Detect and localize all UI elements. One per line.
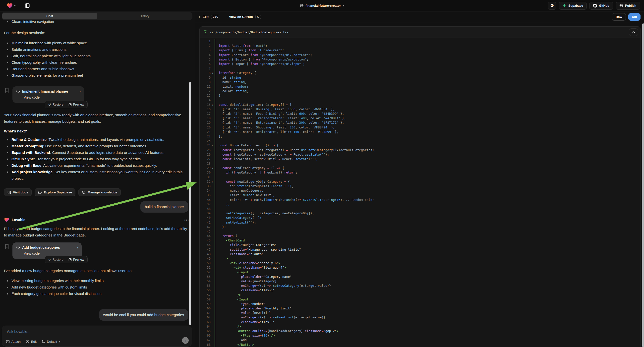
version-card-implement-financial-planner[interactable]: Implement financial planner › View code (12, 86, 84, 103)
code-text: { id: '3', name: 'Transportation', limit… (215, 116, 346, 120)
list-item-text: Each category gets a unique color for vi… (12, 290, 189, 297)
view-code-link[interactable]: View code (12, 93, 84, 99)
exit-button[interactable]: ‹ Exit ESC (199, 15, 220, 19)
fold-chevron-icon[interactable]: ∨ (210, 102, 214, 107)
prompt-input[interactable]: Ask Lovable... (7, 329, 30, 334)
code-text: return ( (215, 234, 237, 238)
fold-gutter (210, 288, 214, 292)
edit-button[interactable]: Edit (26, 340, 36, 344)
restore-button[interactable]: ↺Restore (46, 257, 66, 262)
lovable-logo-menu[interactable]: ▾ (6, 2, 16, 9)
collapse-file-button[interactable] (629, 28, 638, 36)
line-number: 66 (200, 333, 210, 338)
code-line: 43 (200, 229, 640, 234)
sidebar-toggle-button[interactable] (22, 2, 33, 10)
code-text: import { Input } from '@/components/ui/i… (215, 62, 305, 66)
fold-gutter (210, 39, 214, 44)
code-line: 65 <Button onClick={handleAddCategory} c… (200, 329, 640, 333)
line-number: 49 (200, 256, 210, 261)
file-path: src/components/budget/BudgetCategories.t… (210, 30, 626, 34)
publish-globe-icon (619, 4, 623, 8)
fold-chevron-icon[interactable]: ∨ (210, 71, 214, 75)
fold-chevron-icon[interactable]: ∨ (210, 180, 214, 184)
code-line: 38 (200, 206, 640, 211)
chevron-right-icon: › (80, 89, 81, 93)
code-line: 55 onChange={(e) => setNewCategory(e.tar… (200, 284, 640, 288)
code-line: 62 onChange={(e) => setNewLimit(e.target… (200, 315, 640, 320)
preview-button[interactable]: Preview (66, 257, 86, 262)
project-switcher[interactable]: financial-future-creator ▾ (300, 4, 344, 8)
code-scrollbar[interactable] (642, 24, 644, 347)
visit-docs-button[interactable]: Visit docs (4, 188, 32, 196)
settings-button[interactable]: ⚙ (548, 2, 556, 10)
code-line: 34 name: newCategory, (200, 188, 640, 193)
code-text: const defaultCategories: Category[] = [ (215, 102, 292, 107)
bullet-dot (7, 165, 8, 166)
prompt-composer[interactable]: Ask Lovable... Attach Edit Default ▾ (2, 326, 192, 346)
fold-gutter (210, 284, 214, 288)
code-line: 48 className="h-auto" (200, 252, 640, 256)
fold-chevron-icon[interactable]: ∨ (210, 166, 214, 170)
code-text: > (215, 256, 228, 261)
bookmark-icon[interactable] (4, 244, 10, 249)
preview-button[interactable]: Preview (66, 102, 86, 108)
fold-gutter (210, 48, 214, 52)
supabase-button[interactable]: Supabase (559, 2, 587, 10)
bookmark-icon[interactable] (4, 88, 10, 93)
restore-button[interactable]: ↺Restore (46, 102, 66, 108)
lovable-app: ▾ financial-future-creator ▾ ⚙ (0, 0, 644, 347)
file-header[interactable]: src/components/budget/BudgetCategories.t… (200, 27, 640, 38)
fold-gutter (210, 229, 214, 234)
code-text: const [categories, setCategories] = Reac… (215, 148, 376, 152)
fold-chevron-icon[interactable]: ∨ (210, 143, 214, 148)
code-text: title="Budget Categories" (215, 243, 276, 247)
assistant-header: Lovable ••• (4, 217, 189, 222)
view-on-github-label: View on GitHub (229, 15, 253, 19)
top-bar: ▾ financial-future-creator ▾ ⚙ (0, 0, 644, 12)
more-options-icon[interactable]: ••• (184, 218, 189, 222)
code-line: 59 type="number" (200, 302, 640, 306)
diff-toggle-button[interactable]: Diff (628, 13, 640, 21)
publish-button[interactable]: Publish (616, 2, 640, 10)
line-number: 20 (200, 125, 210, 130)
g-key-badge: G (256, 15, 261, 19)
view-code-link[interactable]: View code (12, 250, 82, 256)
mode-select[interactable]: Default ▾ (42, 340, 60, 344)
code-editor[interactable]: 12import React from 'react';3import { Pl… (200, 38, 640, 347)
line-number: 10 (200, 80, 210, 84)
code-text: const handleAddCategory = () => { (215, 166, 284, 170)
code-line: 47 subtitle="Manage your spending limits… (200, 248, 640, 252)
code-line: 18 { id: '3', name: 'Transportation', li… (200, 116, 640, 120)
send-button[interactable]: ↑ (182, 337, 189, 344)
code-line: 8∨interface Category { (200, 71, 640, 75)
fold-gutter (210, 57, 214, 62)
code-text: limit: Number(newLimit), (215, 193, 275, 198)
github-button[interactable]: GitHub (589, 2, 613, 10)
fold-gutter (210, 80, 214, 84)
code-text: <Button onClick={handleAddCategory} clas… (215, 329, 338, 333)
mode-label: Default (47, 340, 57, 344)
esc-key-badge: ESC (211, 15, 220, 19)
code-text (215, 206, 218, 211)
chevron-right-icon: › (77, 245, 78, 250)
line-number: 64 (200, 324, 210, 329)
attach-button[interactable]: Attach (6, 340, 21, 344)
fold-gutter (210, 320, 214, 324)
manage-knowledge-button[interactable]: Manage knowledge (78, 188, 121, 196)
code-line: 58 <Input (200, 297, 640, 302)
raw-toggle-button[interactable]: Raw (612, 13, 626, 21)
item-label: Debug with Ease (12, 163, 41, 168)
fold-gutter (210, 324, 214, 329)
code-line: 25 const [categories, setCategories] = R… (200, 148, 640, 152)
explore-supabase-button[interactable]: Explore Supabase (34, 188, 76, 196)
code-text: import React from 'react'; (215, 44, 267, 48)
line-number: 57 (200, 293, 210, 297)
list-item: Master Prompting: Use clear, detailed, a… (0, 143, 189, 149)
view-on-github-button[interactable]: View on GitHub G (229, 15, 261, 19)
bullet-dot (7, 287, 8, 288)
code-line: 64 /> (200, 324, 640, 329)
line-number: 9 (200, 76, 210, 80)
chat-scrollbar[interactable] (189, 82, 191, 325)
code-text: onChange={(e) => setNewCategory(e.target… (215, 284, 331, 288)
code-line: 67 Add (200, 338, 640, 342)
